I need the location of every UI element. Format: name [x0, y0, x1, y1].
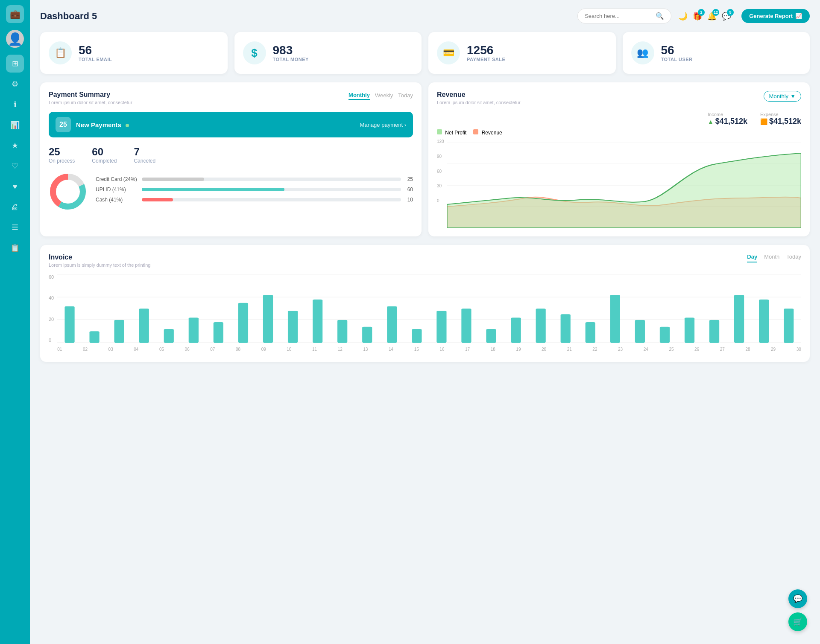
- search-input[interactable]: [585, 13, 652, 19]
- svg-rect-28: [263, 295, 273, 343]
- completed-label: Completed: [92, 158, 117, 164]
- invoice-tab-today[interactable]: Today: [786, 254, 801, 262]
- payment-sale-value: 1256: [467, 44, 505, 57]
- invoice-x-label: 05: [159, 347, 164, 352]
- pbar-upi-fill: [142, 188, 284, 191]
- pbar-upi: UPI ID (41%) 60: [96, 186, 413, 192]
- search-bar[interactable]: 🔍: [577, 9, 671, 23]
- sidebar-item-settings[interactable]: ⚙: [6, 75, 24, 93]
- invoice-x-label: 10: [287, 347, 291, 352]
- invoice-x-label: 16: [439, 347, 444, 352]
- invoice-x-label: 03: [108, 347, 113, 352]
- invoice-bar-chart-container: 0102030405060708091011121314151617181920…: [57, 274, 801, 353]
- sidebar-item-heart2[interactable]: ♥: [6, 178, 24, 195]
- sidebar-logo[interactable]: 💼: [6, 5, 24, 23]
- invoice-x-labels: 0102030405060708091011121314151617181920…: [57, 345, 801, 353]
- invoice-tab-month[interactable]: Month: [764, 254, 779, 262]
- income-label: Income: [708, 112, 747, 117]
- sidebar-item-print[interactable]: 🖨: [6, 198, 24, 216]
- stat-card-payment: 💳 1256 PAYMENT SALE: [428, 32, 616, 74]
- invoice-x-label: 20: [542, 347, 546, 352]
- bell-icon-badge[interactable]: 🔔 12: [707, 12, 717, 21]
- support-fab[interactable]: 💬: [788, 589, 807, 608]
- new-payments-dot: [126, 124, 129, 127]
- svg-rect-48: [759, 300, 769, 343]
- payment-summary-tabs: Monthly Weekly Today: [348, 91, 413, 100]
- chat-icon-badge[interactable]: 💬 5: [722, 12, 731, 21]
- sidebar-item-star[interactable]: ★: [6, 137, 24, 154]
- invoice-header: Invoice Lorem ipsum is simply dummy text…: [49, 254, 801, 268]
- donut-chart: [49, 172, 87, 211]
- net-profit-legend-label: Net Profit: [445, 130, 466, 136]
- invoice-tab-day[interactable]: Day: [747, 254, 757, 262]
- invoice-x-label: 08: [236, 347, 240, 352]
- svg-rect-31: [337, 320, 347, 343]
- invoice-x-label: 09: [261, 347, 266, 352]
- svg-rect-26: [214, 322, 223, 343]
- invoice-x-label: 26: [694, 347, 699, 352]
- dark-mode-icon[interactable]: 🌙: [678, 12, 688, 21]
- sidebar-avatar[interactable]: 👤: [6, 30, 24, 48]
- expense-value: $41,512k: [769, 117, 801, 126]
- stat-on-process: 25 On process: [49, 146, 75, 164]
- stat-completed: 60 Completed: [92, 146, 117, 164]
- svg-rect-38: [511, 318, 521, 343]
- revenue-chart-wrapper: 120 90 60 30 0: [437, 139, 801, 228]
- sidebar-item-list[interactable]: ☰: [6, 219, 24, 236]
- header: Dashboard 5 🔍 🌙 🎁 2 🔔 12 💬 5 Generate Re…: [40, 9, 810, 23]
- tab-monthly[interactable]: Monthly: [348, 91, 370, 100]
- new-payments-bar[interactable]: 25 New Payments Manage payment ›: [49, 112, 413, 137]
- gift-icon-badge[interactable]: 🎁 2: [693, 12, 702, 21]
- svg-rect-40: [561, 314, 571, 343]
- net-profit-legend-dot: [437, 129, 442, 134]
- manage-payment-link[interactable]: Manage payment ›: [360, 122, 406, 128]
- page-title: Dashboard 5: [40, 11, 577, 22]
- invoice-x-label: 02: [83, 347, 88, 352]
- payment-summary-title: Payment Summary: [49, 91, 132, 99]
- invoice-subtitle: Lorem ipsum is simply dummy text of the …: [49, 262, 150, 268]
- invoice-bar-chart: [57, 274, 801, 343]
- pbar-creditcard-val: 25: [404, 176, 413, 182]
- invoice-y-axis: 60 40 20 0: [49, 274, 57, 343]
- total-money-value: 983: [273, 44, 309, 57]
- new-payments-label: New Payments: [76, 121, 355, 128]
- gift-badge-count: 2: [698, 9, 705, 16]
- stat-card-money: $ 983 TOTAL MONEY: [234, 32, 422, 74]
- invoice-chart-wrapper: 60 40 20 0 01020304050607080910111213141…: [49, 274, 801, 353]
- revenue-area-chart: Jan Feb Mar Apr May Jun July: [447, 143, 801, 228]
- svg-rect-30: [313, 300, 322, 343]
- svg-rect-33: [387, 306, 397, 343]
- canceled-value: 7: [134, 146, 155, 158]
- sidebar-item-chart[interactable]: 📊: [6, 116, 24, 134]
- invoice-x-label: 22: [592, 347, 597, 352]
- svg-rect-39: [536, 309, 546, 343]
- sidebar-item-info[interactable]: ℹ: [6, 96, 24, 114]
- svg-rect-22: [114, 320, 124, 343]
- cart-fab[interactable]: 🛒: [788, 612, 807, 631]
- bell-badge-count: 12: [712, 9, 719, 16]
- sidebar-item-dashboard[interactable]: ⊞: [6, 55, 24, 73]
- invoice-card: Invoice Lorem ipsum is simply dummy text…: [40, 245, 810, 362]
- svg-rect-27: [238, 303, 248, 343]
- tab-weekly[interactable]: Weekly: [375, 91, 393, 99]
- income-value: $41,512k: [715, 117, 747, 126]
- svg-rect-46: [709, 320, 719, 343]
- income-arrow-icon: ▲: [708, 118, 714, 125]
- pbar-upi-label: UPI ID (41%): [96, 186, 138, 192]
- svg-rect-35: [437, 311, 447, 343]
- revenue-monthly-dropdown[interactable]: Monthly ▼: [764, 91, 801, 102]
- generate-report-label: Generate Report: [749, 13, 793, 19]
- tab-today[interactable]: Today: [398, 91, 413, 99]
- money-icon: $: [243, 41, 266, 64]
- sidebar-item-doc[interactable]: 📋: [6, 239, 24, 257]
- payment-sale-label: PAYMENT SALE: [467, 57, 505, 62]
- sidebar-item-heart1[interactable]: ♡: [6, 157, 24, 175]
- revenue-legend-dot: [473, 129, 478, 134]
- generate-report-button[interactable]: Generate Report 📈: [741, 9, 810, 23]
- invoice-x-label: 18: [491, 347, 495, 352]
- svg-rect-44: [660, 327, 670, 343]
- invoice-x-label: 19: [516, 347, 521, 352]
- invoice-tabs: Day Month Today: [747, 254, 801, 262]
- invoice-x-label: 13: [363, 347, 368, 352]
- expense-arrow-icon: 🟧: [760, 118, 767, 125]
